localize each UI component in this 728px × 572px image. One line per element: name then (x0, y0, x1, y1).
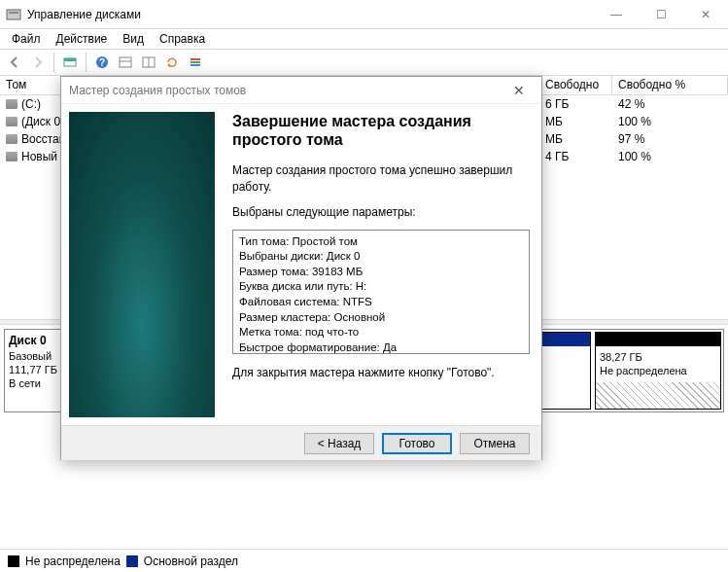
volume-free: 6 ГБ (539, 97, 612, 111)
legend-swatch-primary (126, 555, 138, 567)
volume-icon (6, 99, 17, 109)
panel1-icon[interactable] (115, 52, 136, 73)
maximize-button[interactable]: ☐ (639, 0, 683, 29)
minimize-button[interactable]: — (594, 0, 639, 29)
view-icon[interactable] (59, 52, 81, 73)
disk-status: В сети (9, 377, 41, 389)
svg-rect-11 (191, 58, 200, 60)
volume-name: Новый т (21, 150, 66, 163)
volume-freepct: 97 % (612, 132, 728, 146)
volume-name: (C:) (21, 97, 41, 111)
cancel-button[interactable]: Отмена (460, 433, 530, 454)
panel2-icon[interactable] (138, 52, 159, 73)
volume-freepct: 42 % (612, 97, 728, 111)
volume-name: (Диск 0 (21, 115, 60, 128)
param-line: Тип тома: Простой том (239, 234, 523, 250)
forward-icon[interactable] (27, 52, 49, 73)
help-icon[interactable]: ? (91, 52, 113, 73)
wizard-heading: Завершение мастера создания простого том… (232, 112, 530, 149)
param-line: Выбраны диски: Диск 0 (239, 249, 523, 265)
dialog-close-button[interactable]: ✕ (504, 78, 534, 103)
dialog-button-bar: < Назад Готово Отмена (61, 425, 541, 460)
svg-text:?: ? (99, 57, 105, 68)
volume-free: МБ (539, 132, 612, 146)
disk-type: Базовый (9, 350, 52, 362)
param-line: Файловая система: NTFS (239, 295, 523, 310)
svg-rect-1 (9, 12, 18, 14)
volume-free: МБ (539, 115, 612, 128)
refresh-icon[interactable] (161, 52, 183, 73)
volume-icon (6, 134, 17, 144)
param-line: Быстрое форматирование: Да (239, 340, 523, 354)
dialog-titlebar[interactable]: Мастер создания простых томов ✕ (61, 77, 541, 104)
param-line: Размер кластера: Основной (239, 310, 523, 326)
back-icon[interactable] (4, 52, 25, 73)
window-title: Управление дисками (27, 8, 594, 21)
col-freepct[interactable]: Свободно % (612, 76, 728, 94)
list-icon[interactable] (185, 52, 206, 73)
unalloc-label: Не распределена (600, 365, 687, 376)
col-free[interactable]: Свободно (539, 76, 612, 94)
dialog-title: Мастер создания простых томов (69, 84, 246, 97)
close-button[interactable]: ✕ (683, 0, 728, 29)
disk-label: Диск 0 (9, 334, 47, 347)
volume-freepct: 100 % (612, 150, 728, 163)
volume-icon (6, 152, 17, 161)
svg-rect-3 (64, 58, 76, 61)
menu-bar: Файл Действие Вид Справка (0, 29, 728, 49)
menu-view[interactable]: Вид (115, 30, 152, 48)
legend-primary: Основной раздел (144, 554, 238, 568)
menu-help[interactable]: Справка (152, 30, 213, 48)
back-button[interactable]: < Назад (304, 433, 374, 454)
disk-size: 111,77 ГБ (9, 364, 57, 375)
wizard-done-text: Мастер создания простого тома успешно за… (232, 162, 530, 194)
svg-rect-6 (120, 57, 131, 67)
volume-name: Восстан (21, 132, 65, 146)
param-line: Буква диска или путь: H: (239, 279, 523, 295)
svg-rect-12 (191, 61, 200, 63)
partition-stripe (596, 333, 720, 346)
wizard-close-text: Для закрытия мастера нажмите кнопку "Гот… (232, 366, 530, 379)
status-bar: Не распределена Основной раздел (0, 549, 728, 572)
legend-unallocated: Не распределена (25, 554, 121, 568)
legend-swatch-unallocated (8, 555, 19, 567)
wizard-params-label: Выбраны следующие параметры: (232, 204, 530, 220)
svg-rect-0 (7, 10, 20, 19)
finish-button[interactable]: Готово (382, 433, 452, 454)
volume-freepct: 100 % (612, 115, 728, 128)
partition-unallocated[interactable]: 38,27 ГБ Не распределена (595, 332, 721, 410)
wizard-banner (69, 112, 215, 417)
volume-icon (6, 117, 17, 126)
param-line: Размер тома: 39183 МБ (239, 265, 523, 280)
svg-marker-10 (167, 63, 170, 67)
unalloc-size: 38,27 ГБ (600, 351, 642, 363)
wizard-params-box[interactable]: Тип тома: Простой том Выбраны диски: Дис… (232, 230, 530, 354)
volume-free: 4 ГБ (539, 150, 612, 163)
app-icon (6, 7, 21, 22)
svg-rect-13 (191, 64, 200, 66)
menu-action[interactable]: Действие (49, 30, 116, 48)
window-titlebar: Управление дисками — ☐ ✕ (0, 0, 728, 29)
wizard-dialog: Мастер создания простых томов ✕ Завершен… (60, 76, 542, 460)
menu-file[interactable]: Файл (4, 30, 49, 48)
param-line: Метка тома: под что-то (239, 325, 523, 340)
toolbar: ? (0, 49, 728, 76)
